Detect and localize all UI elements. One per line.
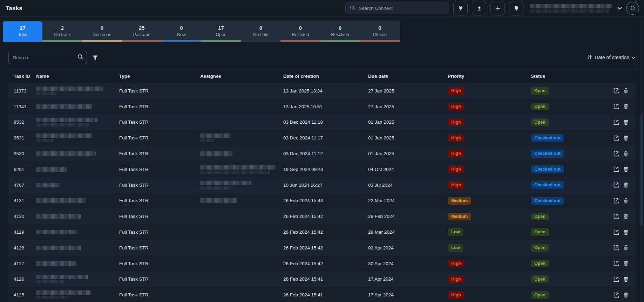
redacted-text	[36, 198, 86, 203]
plug-icon[interactable]	[453, 1, 468, 15]
tab-label: Resolved	[331, 32, 349, 37]
status-badge: Checked out	[531, 134, 564, 142]
tab-count: 2	[61, 25, 64, 31]
plus-icon[interactable]	[490, 1, 505, 15]
row-actions	[599, 229, 630, 235]
scrollbar-track[interactable]	[640, 21, 643, 302]
open-task-icon[interactable]	[613, 214, 619, 219]
status-tab[interactable]: 2 On track	[42, 21, 82, 42]
task-name-cell-redacted	[36, 246, 119, 250]
table-row[interactable]: 9531 Full Task STR 03 Dec 2024 11:17 01 …	[8, 130, 636, 146]
open-task-icon[interactable]	[613, 88, 619, 94]
date-of-creation-cell: 13 Jan 2025 10:51	[283, 104, 368, 109]
task-type-cell: Full Task STR	[119, 292, 200, 297]
due-date-cell: 03 Jul 2024	[368, 183, 448, 188]
table-row[interactable]: 4125 Full Task STR 26 Feb 2024 15:41 17 …	[8, 287, 636, 302]
table-row[interactable]: 4130 Full Task STR 26 Feb 2024 15:42 29 …	[8, 208, 636, 224]
redacted-text	[530, 4, 612, 8]
status-tab[interactable]: 25 Past due	[122, 21, 162, 42]
table-row[interactable]: 4126 Full Task STR 26 Feb 2024 15:41 17 …	[8, 272, 636, 287]
status-cell: Checked out	[531, 150, 599, 158]
table-row[interactable]: 4127 Full Task STR 26 Feb 2024 15:42 30 …	[8, 256, 636, 272]
header-type: Type	[119, 74, 200, 79]
search-input[interactable]	[8, 51, 87, 64]
search-icon	[77, 54, 83, 61]
tab-label: Due soon	[93, 32, 111, 37]
task-type-cell: Full Task STR	[119, 183, 200, 188]
delete-task-icon[interactable]	[623, 245, 629, 250]
tab-underline	[42, 40, 82, 42]
status-tab[interactable]: 0 Resolved	[320, 21, 360, 42]
status-tab[interactable]: 0 Rejected	[280, 21, 320, 42]
row-actions	[599, 104, 630, 109]
assignee-cell-redacted	[200, 165, 283, 174]
task-type-cell: Full Task STR	[119, 214, 200, 219]
date-of-creation-cell: 26 Feb 2024 15:42	[283, 245, 368, 250]
tab-count: 17	[218, 25, 224, 31]
delete-task-icon[interactable]	[623, 292, 629, 298]
open-task-icon[interactable]	[613, 276, 619, 282]
delete-task-icon[interactable]	[623, 119, 629, 125]
status-tab[interactable]: 17 Open	[201, 21, 241, 42]
status-badge: Open	[531, 118, 549, 126]
table-row[interactable]: 4131 Full Task STR 26 Feb 2024 15:43 22 …	[8, 193, 636, 209]
table-row[interactable]: 11341 Full Task STR 13 Jan 2025 10:51 27…	[8, 99, 636, 115]
assignee-cell-redacted	[200, 133, 283, 142]
delete-task-icon[interactable]	[623, 166, 629, 172]
delete-task-icon[interactable]	[623, 276, 629, 282]
priority-cell: High	[448, 260, 531, 268]
redacted-text	[200, 165, 276, 170]
table-row[interactable]: 4129 Full Task STR 26 Feb 2024 15:42 29 …	[8, 224, 636, 240]
status-tabs: 27 Total 2 On track 0 Due soon 25 Past d…	[3, 21, 400, 42]
table-row[interactable]: 4707 Full Task STR 10 Jun 2024 16:27 03 …	[8, 177, 636, 193]
open-task-icon[interactable]	[613, 135, 619, 141]
status-tab[interactable]: 0 Due soon	[82, 21, 122, 42]
user-name-redacted[interactable]	[530, 4, 613, 13]
priority-cell: Medium	[448, 197, 531, 205]
delete-task-icon[interactable]	[623, 261, 629, 266]
date-of-creation-cell: 26 Feb 2024 15:41	[283, 276, 368, 282]
status-tab[interactable]: 0 On hold	[241, 21, 280, 42]
status-tab[interactable]: 27 Total	[3, 21, 42, 42]
avatar[interactable]: O	[626, 2, 639, 15]
open-task-icon[interactable]	[613, 198, 619, 204]
status-cell: Open	[531, 291, 599, 299]
table-row[interactable]: 6291 Full Task STR 19 Sep 2024 09:43 04 …	[8, 162, 636, 177]
open-task-icon[interactable]	[613, 151, 619, 157]
status-tab[interactable]: 0 Closed	[360, 21, 400, 42]
task-name-cell-redacted	[36, 214, 119, 219]
delete-task-icon[interactable]	[623, 229, 629, 235]
delete-task-icon[interactable]	[623, 182, 629, 188]
open-task-icon[interactable]	[613, 182, 619, 188]
date-of-creation-cell: 03 Dec 2024 11:18	[283, 119, 368, 125]
delete-task-icon[interactable]	[623, 198, 629, 204]
sort-control[interactable]: Date of creation	[587, 55, 636, 61]
open-task-icon[interactable]	[613, 166, 619, 172]
filter-icon[interactable]	[92, 55, 98, 60]
upload-icon[interactable]	[472, 1, 486, 15]
delete-task-icon[interactable]	[623, 88, 629, 94]
open-task-icon[interactable]	[613, 104, 619, 109]
open-task-icon[interactable]	[613, 245, 619, 250]
task-id-cell: 6291	[14, 167, 36, 172]
table-row[interactable]: 9532 Full Task STR 03 Dec 2024 11:18 01 …	[8, 115, 636, 130]
global-search-input[interactable]: Search Connect	[345, 2, 449, 14]
scrollbar-thumb[interactable]	[640, 114, 643, 226]
open-task-icon[interactable]	[613, 261, 619, 266]
header-due-date: Due date	[368, 74, 448, 79]
table-row[interactable]: 11373 Full Task STR 13 Jan 2025 13:34 27…	[8, 83, 636, 99]
date-of-creation-cell: 19 Sep 2024 09:43	[283, 167, 368, 172]
table-row[interactable]: 4128 Full Task STR 26 Feb 2024 15:42 02 …	[8, 240, 636, 256]
open-task-icon[interactable]	[613, 119, 619, 125]
open-task-icon[interactable]	[613, 229, 619, 235]
status-tab[interactable]: 0 New	[162, 21, 201, 42]
chevron-down-icon[interactable]	[617, 7, 622, 10]
open-task-icon[interactable]	[613, 292, 619, 298]
table-row[interactable]: 9530 Full Task STR 03 Dec 2024 11:12 01 …	[8, 146, 636, 162]
delete-task-icon[interactable]	[623, 104, 629, 109]
delete-task-icon[interactable]	[623, 214, 629, 219]
bell-icon[interactable]	[509, 1, 523, 15]
row-actions	[599, 276, 630, 282]
delete-task-icon[interactable]	[623, 151, 629, 157]
delete-task-icon[interactable]	[623, 135, 629, 141]
